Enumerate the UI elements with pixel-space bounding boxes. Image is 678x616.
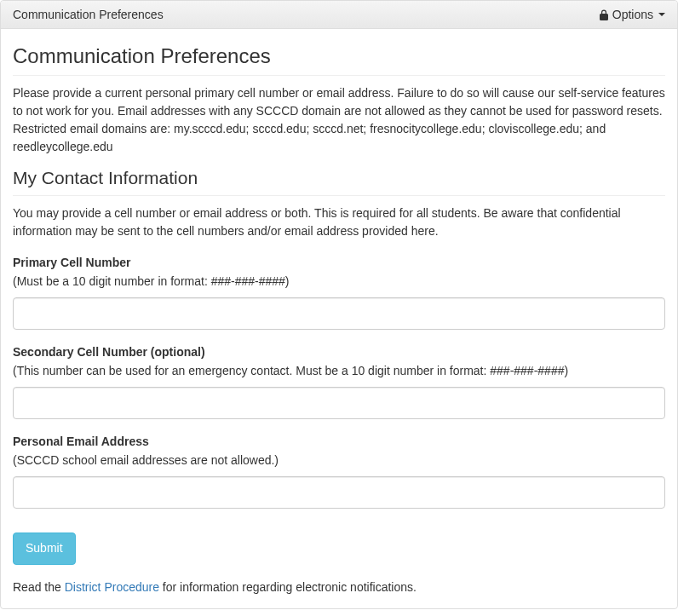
email-group: Personal Email Address (SCCCD school ema… — [13, 435, 665, 509]
chevron-down-icon — [658, 13, 665, 16]
email-hint: (SCCCD school email addresses are not al… — [13, 452, 665, 469]
page-title: Communication Preferences — [13, 44, 665, 76]
secondary-cell-label: Secondary Cell Number (optional) — [13, 345, 665, 359]
footer-suffix: for information regarding electronic not… — [159, 580, 417, 594]
primary-cell-hint: (Must be a 10 digit number in format: ##… — [13, 273, 665, 291]
intro-text: Please provide a current personal primar… — [13, 84, 665, 156]
primary-cell-label: Primary Cell Number — [13, 256, 665, 269]
lock-icon — [599, 9, 609, 20]
section-title: My Contact Information — [13, 168, 665, 196]
primary-cell-group: Primary Cell Number (Must be a 10 digit … — [13, 256, 665, 330]
footer-text: Read the District Procedure for informat… — [13, 579, 665, 596]
secondary-cell-hint: (This number can be used for an emergenc… — [13, 362, 665, 380]
options-label: Options — [612, 8, 653, 21]
secondary-cell-input[interactable] — [13, 387, 665, 419]
panel-title: Communication Preferences — [13, 8, 164, 21]
panel-header: Communication Preferences Options — [1, 1, 677, 29]
panel-body: Communication Preferences Please provide… — [1, 29, 677, 608]
options-dropdown[interactable]: Options — [599, 8, 665, 21]
submit-button[interactable]: Submit — [13, 533, 76, 565]
footer-prefix: Read the — [13, 580, 65, 594]
panel: Communication Preferences Options Commun… — [0, 0, 678, 609]
section-intro-text: You may provide a cell number or email a… — [13, 204, 665, 240]
email-label: Personal Email Address — [13, 435, 665, 448]
district-procedure-link[interactable]: District Procedure — [65, 580, 159, 594]
email-input[interactable] — [13, 476, 665, 509]
primary-cell-input[interactable] — [13, 297, 665, 330]
secondary-cell-group: Secondary Cell Number (optional) (This n… — [13, 345, 665, 419]
